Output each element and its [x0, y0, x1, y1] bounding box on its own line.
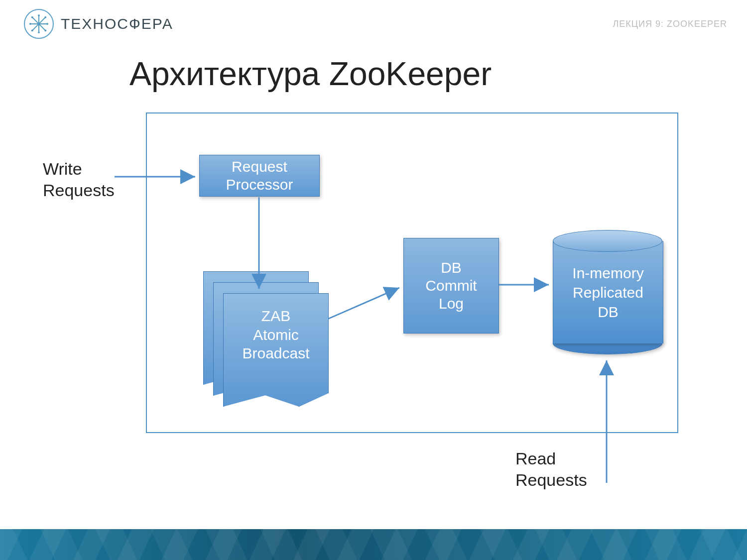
zab-atomic-broadcast-stack: ZAB Atomic Broadcast: [203, 271, 328, 401]
request-processor-node: Request Processor: [199, 155, 320, 197]
write-requests-label: Write Requests: [43, 158, 115, 201]
zab-doc-front: ZAB Atomic Broadcast: [223, 293, 329, 407]
read-requests-label: Read Requests: [515, 448, 587, 490]
diagram-canvas: Write Requests Request Processor ZAB Ato…: [0, 0, 747, 560]
cylinder-top: [553, 230, 662, 252]
footer-decoration: [0, 529, 747, 560]
in-memory-db-cylinder: In-memory Replicated DB: [553, 230, 662, 354]
db-commit-log-node: DB Commit Log: [403, 238, 499, 334]
cylinder-body: In-memory Replicated DB: [553, 241, 663, 343]
